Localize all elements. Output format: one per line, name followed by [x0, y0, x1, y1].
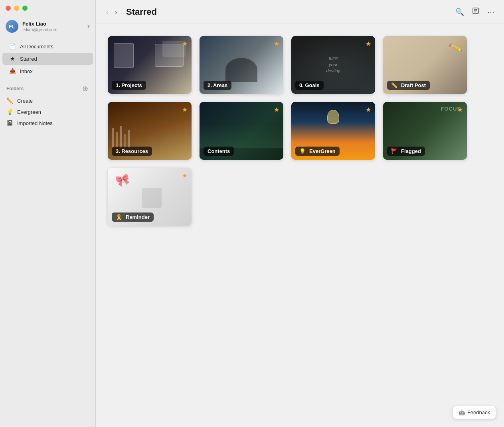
inbox-icon: 📥 [9, 68, 16, 74]
sidebar-item-label: Inbox [20, 68, 33, 74]
folder-label: Create [17, 98, 33, 104]
sidebar-item-all-documents[interactable]: 📄 All Documents [2, 40, 93, 52]
card-draft[interactable]: ✏️ ✏️ Draft Post ★ [383, 36, 467, 94]
folder-item-evergreen[interactable]: 💡 Evergreen [2, 106, 93, 117]
chevron-down-icon: ▾ [87, 24, 90, 29]
user-name: Felix Liao [22, 21, 83, 27]
folder-label: Evergreen [17, 109, 41, 115]
nav-section: 📄 All Documents ★ Starred 📥 Inbox [0, 39, 95, 78]
sidebar-item-starred[interactable]: ★ Starred [2, 53, 93, 65]
folder-item-create[interactable]: ✏️ Create [2, 95, 93, 106]
star-icon: ★ [274, 106, 279, 113]
folders-section: Folders ⊕ ✏️ Create 💡 Evergreen 📓 Import… [0, 83, 95, 129]
card-text-art: fulfillyourdestiny [291, 36, 375, 94]
card-goals[interactable]: fulfillyourdestiny 0. Goals ★ [291, 36, 375, 94]
more-button[interactable]: ⋯ [486, 6, 496, 18]
card-contents[interactable]: Contents ★ [200, 102, 283, 160]
card-label-flagged: 🚩 Flagged [387, 147, 425, 156]
folders-header: Folders ⊕ [2, 83, 93, 94]
page-title: Starred [126, 7, 451, 17]
card-label-evergreen: 💡 EverGreen [295, 147, 340, 156]
card-projects[interactable]: 1. Projects ★ [108, 36, 192, 94]
card-background [291, 36, 375, 94]
star-icon: ★ [457, 40, 463, 48]
bulb-icon: 💡 [6, 109, 13, 115]
toolbar: ‹ › Starred 🔍 ⋯ [96, 0, 504, 24]
star-icon: ★ [182, 172, 188, 179]
folders-label: Folders [6, 86, 24, 91]
card-resources[interactable]: 3. Resources ★ [108, 102, 192, 160]
card-label-goals: 0. Goals [295, 81, 324, 90]
gift-shape [142, 188, 162, 208]
search-button[interactable]: 🔍 [454, 6, 466, 18]
user-section[interactable]: FL Felix Liao feliao@gmail.com ▾ [0, 16, 95, 37]
maximize-button[interactable] [22, 6, 28, 11]
notebook-icon: 📓 [6, 120, 13, 126]
user-email: feliao@gmail.com [22, 27, 83, 32]
card-label-draft: ✏️ Draft Post [387, 81, 430, 90]
folder-item-imported-notes[interactable]: 📓 Imported Notes [2, 117, 93, 129]
star-icon: ★ [366, 40, 371, 48]
tools-decoration [112, 106, 188, 148]
card-label-projects: 1. Projects [112, 81, 146, 90]
minimize-button[interactable] [14, 6, 19, 11]
ribbon-icon: 🎗️ [116, 214, 122, 220]
main-content: ‹ › Starred 🔍 ⋯ [96, 0, 504, 427]
card-label-resources: 3. Resources [112, 147, 152, 156]
shelf-shape [200, 124, 283, 148]
star-icon: ★ [274, 40, 279, 48]
flag-icon: 🚩 [391, 148, 397, 154]
card-areas[interactable]: 2. Areas ★ [200, 36, 283, 94]
sidebar-item-label: All Documents [20, 44, 53, 50]
close-button[interactable] [6, 6, 11, 11]
feedback-button[interactable]: 🤖 Feedback [453, 406, 496, 419]
clipboard-shape [114, 43, 134, 68]
sidebar-item-inbox[interactable]: 📥 Inbox [2, 65, 93, 77]
content-area: 1. Projects ★ 2. Areas ★ fulfillyourdes [96, 24, 504, 427]
star-icon: ★ [182, 40, 188, 48]
bulb-icon: 💡 [299, 148, 306, 154]
card-reminder[interactable]: 🎀 🎗️ Reminder ★ [108, 168, 192, 226]
star-icon: ★ [9, 56, 16, 62]
feedback-label: Feedback [467, 409, 490, 415]
card-label-contents: Contents [204, 147, 234, 156]
sidebar: FL Felix Liao feliao@gmail.com ▾ 📄 All D… [0, 0, 96, 427]
avatar: FL [6, 20, 18, 33]
feedback-icon: 🤖 [459, 409, 465, 415]
card-label-areas: 2. Areas [204, 81, 231, 90]
star-icon: ★ [457, 106, 463, 113]
forward-button[interactable]: › [113, 8, 120, 16]
pencil-icon: ✏️ [6, 97, 13, 104]
cards-grid: 1. Projects ★ 2. Areas ★ fulfillyourdes [108, 36, 467, 226]
card-label-reminder: 🎗️ Reminder [112, 213, 154, 222]
user-info: Felix Liao feliao@gmail.com [22, 21, 83, 32]
figure-shape [225, 58, 257, 82]
card-flagged[interactable]: FOCUS 🚩 Flagged ★ [383, 102, 467, 160]
folder-label: Imported Notes [17, 120, 53, 126]
star-icon: ★ [182, 106, 188, 113]
draft-icon: ✏️ [391, 82, 397, 88]
toolbar-actions: 🔍 ⋯ [454, 6, 496, 18]
edit-icon [472, 7, 479, 14]
back-button[interactable]: ‹ [104, 8, 111, 16]
card-evergreen[interactable]: 💡 EverGreen ★ [291, 102, 375, 160]
star-icon: ★ [366, 106, 371, 113]
sidebar-item-label: Starred [20, 56, 37, 62]
add-folder-button[interactable]: ⊕ [81, 85, 89, 93]
nav-arrows: ‹ › [104, 8, 120, 16]
document-icon: 📄 [9, 43, 16, 50]
bulb-shape [327, 110, 339, 124]
edit-button[interactable] [470, 6, 481, 18]
